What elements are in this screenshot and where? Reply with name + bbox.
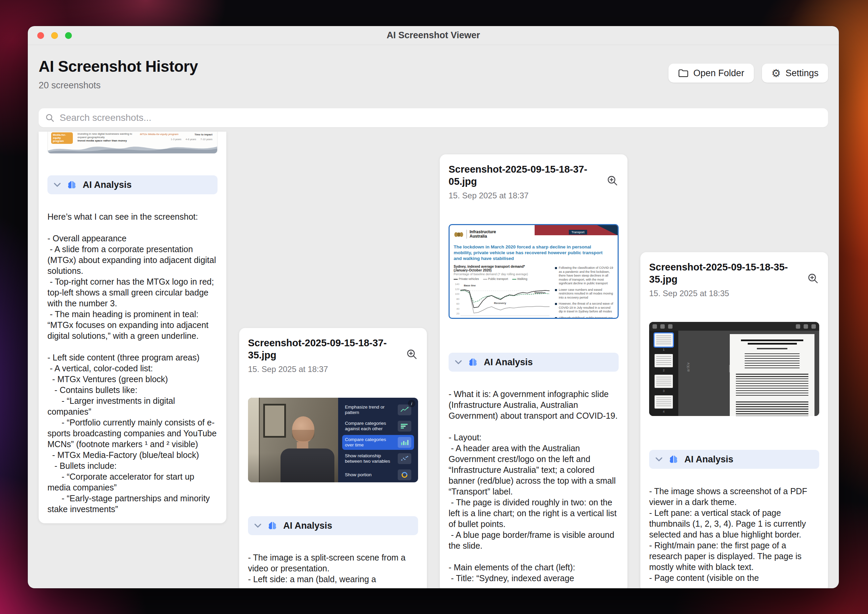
masonry-column-4: Screenshot-2025-09-15-18-35-35.jpg 15. S… xyxy=(640,132,828,588)
bullet-text: Although stabilised, public transport us… xyxy=(559,316,614,319)
option-row: Emphasize trend or pattern xyxy=(342,402,414,417)
pdf-page-thumb-selected xyxy=(655,333,673,347)
crest-icon xyxy=(454,230,464,238)
chart-title: Sydney, indexed average transport demand… xyxy=(454,265,549,268)
thumbnail-image[interactable]: Media-for-equity program investing in ne… xyxy=(47,132,218,154)
chart-annotation: Recovery xyxy=(494,302,506,305)
paper-title-line xyxy=(748,343,797,344)
open-folder-label: Open Folder xyxy=(694,68,744,79)
screenshot-card[interactable]: Media-for-equity program investing in ne… xyxy=(39,132,226,523)
legend-item: Public transport xyxy=(488,277,508,281)
photo-vignette xyxy=(248,398,338,482)
zoom-in-button[interactable] xyxy=(607,175,619,187)
bullet-text: Lower case numbers and eased restriction… xyxy=(559,288,614,300)
slide-axis-labels: 1-3 years 4-6 years 7-10 years xyxy=(171,138,212,141)
bullet-text: Following the classification of COVID-19… xyxy=(559,266,614,286)
app-header: AI Screenshot History 20 screenshots Ope… xyxy=(28,45,839,91)
option-row-selected[interactable]: Compare categories over time xyxy=(342,435,414,450)
pdf-page-thumb xyxy=(655,354,673,367)
settings-button[interactable]: ⚙ Settings xyxy=(762,64,828,82)
thumbnail-image[interactable]: 1 2 3 4 arXiv xyxy=(649,322,819,416)
portion-icon xyxy=(398,470,411,480)
chart-block: Sydney, indexed average transport demand… xyxy=(454,265,549,319)
pdf-toolbar-icon xyxy=(668,324,672,329)
search-bar[interactable] xyxy=(39,108,828,127)
slide-bullet-text: Invest media space rather than money xyxy=(78,139,136,143)
ai-analysis-header[interactable]: AI Analysis xyxy=(649,450,819,469)
option-label: Compare categories against each other xyxy=(345,421,395,431)
masonry-column-2: Screenshot-2025-09-15-18-37-35.jpg 15. S… xyxy=(239,132,427,588)
screenshot-count: 20 screenshots xyxy=(39,80,198,91)
page-title: AI Screenshot History xyxy=(39,57,198,76)
infographic-headline: The lockdown in March 2020 forced a shar… xyxy=(454,244,611,261)
option-label: Compare categories over time xyxy=(345,437,395,448)
gear-icon: ⚙ xyxy=(772,68,781,79)
magnifier-plus-icon xyxy=(406,348,418,360)
card-date: 15. Sep 2025 at 18:35 xyxy=(649,289,819,298)
ai-analysis-label: AI Analysis xyxy=(82,180,132,190)
fullscreen-window-button[interactable] xyxy=(65,32,72,39)
screenshot-card[interactable]: Screenshot-2025-09-15-18-37-35.jpg 15. S… xyxy=(239,328,427,588)
infographic-org: Infrastructure Australia xyxy=(470,230,504,239)
slide-side-label: MTGx Media-for-equity program xyxy=(140,133,180,136)
option-label: Emphasize trend or pattern xyxy=(345,405,395,415)
ai-analysis-label: AI Analysis xyxy=(484,357,533,367)
slide-program-block: Media-for-equity program xyxy=(51,132,73,144)
screenshot-card[interactable]: Screenshot-2025-09-15-18-37-05.jpg 15. S… xyxy=(440,154,627,588)
legend-item: Private vehicles xyxy=(459,277,479,281)
pdf-toolbar-icon xyxy=(811,324,816,329)
app-window: AI Screenshot Viewer AI Screenshot Histo… xyxy=(28,26,839,588)
screenshot-card[interactable]: Screenshot-2025-09-15-18-35-35.jpg 15. S… xyxy=(640,252,828,588)
screenshot-grid: Media-for-equity program investing in ne… xyxy=(39,132,828,588)
pdf-page-thumb xyxy=(655,375,673,388)
chart-legend: Private vehicles Public transport Walkin… xyxy=(454,277,549,281)
bullet-text: However, the threat of a second wave of … xyxy=(559,302,614,314)
magnifier-plus-icon xyxy=(807,273,819,285)
traffic-lights xyxy=(37,26,72,45)
zoom-in-button[interactable] xyxy=(807,273,819,285)
bullet-square xyxy=(555,317,557,319)
ai-analysis-header[interactable]: AI Analysis xyxy=(248,516,418,535)
search-input[interactable] xyxy=(60,112,822,123)
card-title: Screenshot-2025-09-15-18-37-35.jpg xyxy=(248,337,401,361)
scatter-icon xyxy=(398,453,411,464)
brain-icon xyxy=(267,521,278,530)
card-date: 15. Sep 2025 at 18:37 xyxy=(449,191,619,200)
open-folder-button[interactable]: Open Folder xyxy=(669,64,754,82)
search-icon xyxy=(45,113,55,123)
pdf-page-number: 1 xyxy=(663,348,664,351)
window-title: AI Screenshot Viewer xyxy=(387,30,480,40)
chart-lines xyxy=(460,282,549,317)
legend-item: Walking xyxy=(517,277,527,281)
bullet-square xyxy=(555,267,557,269)
horizontal-bars-icon xyxy=(398,421,411,431)
paper-abstract-block xyxy=(745,354,800,369)
option-row: Compare categories against each other xyxy=(342,419,414,434)
analysis-text: Here’s what I can see in the screenshot:… xyxy=(47,211,218,515)
thumbnail-image[interactable]: Infrastructure Australia Transport The l… xyxy=(449,224,619,319)
paper-author-line xyxy=(757,348,787,349)
pdf-toolbar xyxy=(649,322,819,331)
ai-analysis-label: AI Analysis xyxy=(283,521,332,531)
ai-analysis-header[interactable]: AI Analysis xyxy=(449,353,619,372)
analysis-text: - What it is: A government infographic s… xyxy=(449,389,619,583)
option-row: Show portion xyxy=(342,467,414,482)
chevron-down-icon xyxy=(53,183,61,187)
vertical-bars-icon xyxy=(398,437,411,448)
slide-wave-graphic xyxy=(48,144,217,154)
chart-annotation: Base line xyxy=(464,284,476,287)
close-window-button[interactable] xyxy=(37,32,44,39)
option-row: Show relationship between two variables xyxy=(342,451,414,466)
chart-yticks: 140 120 100 80 60 40 20 xyxy=(454,282,460,317)
slide-axis-caption: Time to impact xyxy=(194,133,212,136)
ai-analysis-header[interactable]: AI Analysis xyxy=(47,175,218,194)
video-left-photo xyxy=(248,398,338,482)
infographic-header: Infrastructure Australia Transport xyxy=(454,228,614,240)
thumbnail-image[interactable]: Emphasize trend or pattern Compare categ… xyxy=(248,398,418,482)
zoom-in-button[interactable] xyxy=(406,348,418,360)
brain-icon xyxy=(66,180,77,189)
minimize-window-button[interactable] xyxy=(51,32,58,39)
analysis-text: - The image is a split-screen scene from… xyxy=(248,552,418,585)
bullet-square xyxy=(555,303,557,305)
chevron-down-icon xyxy=(455,360,462,364)
